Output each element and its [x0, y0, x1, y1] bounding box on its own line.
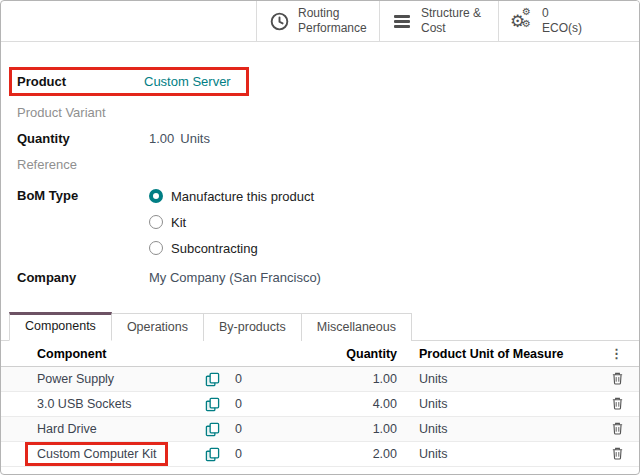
radio-manufacture-label: Manufacture this product	[171, 189, 314, 204]
uom-cell[interactable]: Units	[411, 372, 595, 386]
structure-cost-label-line1: Structure &	[421, 6, 481, 21]
product-variant-label: Product Variant	[17, 105, 149, 120]
uom-cell[interactable]: Units	[411, 447, 595, 461]
component-name-annotation: Custom Computer Kit	[25, 442, 168, 466]
trash-icon	[611, 371, 624, 388]
column-header-uom[interactable]: Product Unit of Measure	[411, 347, 595, 361]
table-body: Power Supply01.00Units3.0 USB Sockets04.…	[1, 367, 639, 467]
structure-cost-button[interactable]: Structure & Cost	[379, 1, 498, 41]
tab-operations[interactable]: Operations	[112, 313, 204, 341]
eco-count: 0	[542, 6, 582, 21]
list-icon	[392, 15, 412, 28]
forecast-availability-icon[interactable]	[205, 422, 235, 437]
delete-row-button[interactable]	[595, 396, 639, 413]
forecast-availability-icon[interactable]	[205, 372, 235, 387]
product-variant-row: Product Variant	[17, 105, 623, 120]
add-a-line-link[interactable]: Add a line	[1, 467, 639, 475]
bom-form: Product Custom Server Product Variant Qu…	[1, 42, 639, 285]
forecast-availability-icon[interactable]	[205, 447, 235, 462]
forecast-count-cell: 0	[235, 372, 317, 386]
quantity-cell[interactable]: 4.00	[317, 397, 397, 411]
gears-icon: ⚙⚙⚙	[511, 10, 533, 32]
component-name-cell[interactable]: Custom Computer Kit	[37, 442, 205, 466]
product-value-link[interactable]: Custom Server	[144, 74, 231, 89]
quantity-cell[interactable]: 2.00	[317, 447, 397, 461]
column-header-component[interactable]: Component	[37, 347, 205, 361]
radio-subcontracting[interactable]: Subcontracting	[149, 235, 314, 261]
tab-components[interactable]: Components	[9, 312, 112, 341]
quantity-cell[interactable]: 1.00	[317, 422, 397, 436]
clock-icon	[269, 12, 289, 31]
company-row: Company My Company (San Francisco)	[17, 270, 623, 285]
optional-columns-icon[interactable]: ⋮	[595, 346, 639, 361]
eco-button[interactable]: ⚙⚙⚙ 0 ECO(s)	[498, 1, 639, 41]
notebook-tabs: Components Operations By-products Miscel…	[1, 313, 639, 341]
company-value[interactable]: My Company (San Francisco)	[149, 270, 321, 285]
delete-row-button[interactable]	[595, 421, 639, 438]
radio-selected-icon[interactable]	[149, 189, 163, 203]
quantity-value[interactable]: 1.00	[149, 131, 174, 146]
table-row[interactable]: Power Supply01.00Units	[1, 367, 639, 392]
table-row[interactable]: Custom Computer Kit02.00Units	[1, 442, 639, 467]
tab-by-products[interactable]: By-products	[204, 313, 302, 341]
radio-kit[interactable]: Kit	[149, 209, 314, 235]
trash-icon	[611, 396, 624, 413]
trash-icon	[611, 421, 624, 438]
reference-label: Reference	[17, 157, 149, 172]
component-name-cell[interactable]: Hard Drive	[37, 422, 205, 436]
eco-label: ECO(s)	[542, 21, 582, 36]
radio-kit-label: Kit	[171, 215, 186, 230]
tab-miscellaneous[interactable]: Miscellaneous	[302, 313, 412, 341]
radio-unselected-icon[interactable]	[149, 241, 163, 255]
quantity-uom[interactable]: Units	[180, 131, 210, 146]
table-header-row: Component Quantity Product Unit of Measu…	[1, 341, 639, 367]
routing-performance-label-line1: Routing	[298, 6, 367, 21]
delete-row-button[interactable]	[595, 446, 639, 463]
product-label: Product	[17, 74, 144, 89]
reference-row: Reference	[17, 157, 623, 172]
product-row-annotation: Product Custom Server	[9, 67, 249, 96]
bom-type-label: BoM Type	[17, 183, 149, 203]
table-row[interactable]: Hard Drive01.00Units	[1, 417, 639, 442]
radio-manufacture[interactable]: Manufacture this product	[149, 183, 314, 209]
quantity-row: Quantity 1.00 Units	[17, 131, 623, 146]
forecast-count-cell: 0	[235, 397, 317, 411]
forecast-count-cell: 0	[235, 422, 317, 436]
bom-form-window: Routing Performance Structure & Cost ⚙⚙⚙…	[0, 0, 640, 475]
uom-cell[interactable]: Units	[411, 397, 595, 411]
uom-cell[interactable]: Units	[411, 422, 595, 436]
component-name-cell[interactable]: 3.0 USB Sockets	[37, 397, 205, 411]
delete-row-button[interactable]	[595, 371, 639, 388]
bom-type-radio-group: Manufacture this product Kit Subcontract…	[149, 183, 314, 261]
stat-button-bar: Routing Performance Structure & Cost ⚙⚙⚙…	[1, 1, 639, 42]
radio-unselected-icon[interactable]	[149, 215, 163, 229]
column-header-quantity[interactable]: Quantity	[317, 347, 397, 361]
forecast-availability-icon[interactable]	[205, 397, 235, 412]
routing-performance-button[interactable]: Routing Performance	[256, 1, 379, 41]
bom-type-row: BoM Type Manufacture this product Kit Su…	[17, 183, 623, 261]
routing-performance-label-line2: Performance	[298, 21, 367, 36]
trash-icon	[611, 446, 624, 463]
component-name-cell[interactable]: Power Supply	[37, 372, 205, 386]
radio-subcontracting-label: Subcontracting	[171, 241, 258, 256]
structure-cost-label-line2: Cost	[421, 21, 481, 36]
quantity-label: Quantity	[17, 131, 149, 146]
components-table: Component Quantity Product Unit of Measu…	[1, 341, 639, 475]
quantity-cell[interactable]: 1.00	[317, 372, 397, 386]
table-row[interactable]: 3.0 USB Sockets04.00Units	[1, 392, 639, 417]
forecast-count-cell: 0	[235, 447, 317, 461]
company-label: Company	[17, 270, 149, 285]
